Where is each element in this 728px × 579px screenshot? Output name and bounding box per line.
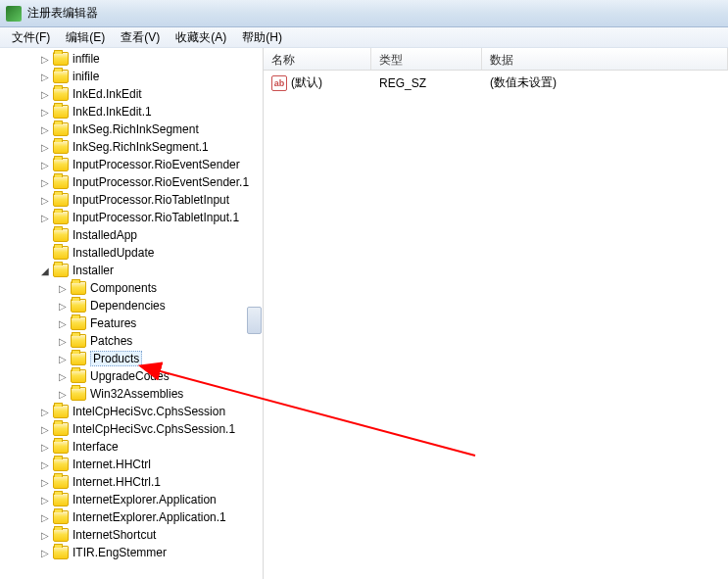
folder-icon <box>53 475 69 489</box>
col-header-name[interactable]: 名称 <box>264 48 371 70</box>
chevron-right-icon[interactable]: ▷ <box>37 213 53 223</box>
tree-node-label: Components <box>90 281 157 295</box>
chevron-right-icon[interactable]: ▷ <box>37 548 53 558</box>
tree-node[interactable]: ▷Components <box>2 279 263 297</box>
tree-node[interactable]: ▷IntelCpHeciSvc.CphsSession <box>2 403 263 420</box>
window-title: 注册表编辑器 <box>27 5 98 22</box>
tree-node[interactable]: ▷Internet.HHCtrl <box>2 456 263 473</box>
menu-help[interactable]: 帮助(H) <box>234 27 290 48</box>
chevron-right-icon[interactable]: ▷ <box>37 124 53 135</box>
tree-node-label: IntelCpHeciSvc.CphsSession.1 <box>73 422 235 436</box>
tree-node[interactable]: ▷UpgradeCodes <box>2 367 263 385</box>
registry-tree: ▷inffile▷inifile▷InkEd.InkEdit▷InkEd.Ink… <box>0 48 263 563</box>
tree-node-label: InkSeg.RichInkSegment <box>73 122 199 136</box>
tree-node[interactable]: ▷ITIR.EngStemmer <box>2 544 263 561</box>
tree-node[interactable]: ▷inffile <box>2 50 263 68</box>
chevron-right-icon[interactable]: ▷ <box>37 424 53 435</box>
tree-node-label: Products <box>90 351 142 366</box>
tree-node[interactable]: ▷InputProcessor.RioEventSender <box>2 156 263 173</box>
tree-node[interactable]: ◢Installer <box>2 262 263 279</box>
chevron-right-icon[interactable]: ▷ <box>37 177 53 188</box>
chevron-right-icon[interactable]: ▷ <box>55 389 71 400</box>
tree-node[interactable]: ▷Features <box>2 314 263 332</box>
folder-icon <box>53 405 69 418</box>
tree-node[interactable]: ▷InkSeg.RichInkSegment <box>2 121 263 138</box>
folder-icon <box>53 87 69 101</box>
tree-node[interactable]: ▷InkEd.InkEdit.1 <box>2 103 263 121</box>
chevron-right-icon[interactable]: ▷ <box>37 195 53 206</box>
chevron-right-icon[interactable]: ▷ <box>37 495 53 506</box>
chevron-down-icon[interactable]: ◢ <box>37 265 53 276</box>
tree-node[interactable]: ▷Internet.HHCtrl.1 <box>2 473 263 491</box>
tree-node[interactable]: ▷Win32Assemblies <box>2 385 263 403</box>
tree-node-label: Features <box>90 316 136 330</box>
folder-icon <box>53 140 69 154</box>
regedit-icon <box>6 6 22 22</box>
tree-node[interactable]: ▷inifile <box>2 68 263 85</box>
folder-icon <box>71 299 86 313</box>
folder-icon <box>71 334 86 348</box>
chevron-right-icon[interactable]: ▷ <box>37 530 53 541</box>
folder-icon <box>71 352 86 365</box>
tree-node-label: InternetShortcut <box>73 528 156 542</box>
chevron-right-icon[interactable]: ▷ <box>37 142 53 153</box>
tree-node-label: IntelCpHeciSvc.CphsSession <box>73 405 225 418</box>
chevron-right-icon[interactable]: ▷ <box>37 72 53 82</box>
tree-node[interactable]: ▷Dependencies <box>2 297 263 314</box>
tree-node[interactable]: ▷Patches <box>2 332 263 350</box>
chevron-right-icon[interactable]: ▷ <box>37 160 53 170</box>
menu-view[interactable]: 查看(V) <box>113 27 168 48</box>
chevron-right-icon[interactable]: ▷ <box>37 107 53 118</box>
chevron-right-icon[interactable]: ▷ <box>37 89 53 100</box>
tree-node-label: Dependencies <box>90 299 166 313</box>
tree-node[interactable]: ▷Interface <box>2 438 263 456</box>
chevron-right-icon[interactable]: ▷ <box>55 371 71 382</box>
scrollbar-thumb[interactable] <box>247 307 262 334</box>
chevron-right-icon[interactable]: ▷ <box>37 512 53 523</box>
tree-node[interactable]: ▷InputProcessor.RioTabletInput.1 <box>2 209 263 226</box>
folder-icon <box>53 422 69 436</box>
tree-node-label: Installer <box>73 264 114 277</box>
menu-favorites[interactable]: 收藏夹(A) <box>168 27 234 48</box>
tree-node[interactable]: ▷InternetShortcut <box>2 526 263 544</box>
tree-node[interactable]: ▷InputProcessor.RioEventSender.1 <box>2 173 263 191</box>
tree-node[interactable]: ▷InternetExplorer.Application <box>2 491 263 508</box>
chevron-right-icon[interactable]: ▷ <box>37 54 53 65</box>
tree-node[interactable]: ▷InkSeg.RichInkSegment.1 <box>2 138 263 156</box>
value-row[interactable]: ab (默认) REG_SZ (数值未设置) <box>264 71 728 95</box>
tree-node[interactable]: ▷InputProcessor.RioTabletInput <box>2 191 263 209</box>
chevron-right-icon[interactable]: ▷ <box>37 459 53 470</box>
menu-edit[interactable]: 编辑(E) <box>58 27 113 48</box>
chevron-right-icon[interactable]: ▷ <box>55 354 71 364</box>
chevron-right-icon[interactable]: ▷ <box>37 442 53 453</box>
folder-icon <box>53 193 69 207</box>
tree-node[interactable]: ▷IntelCpHeciSvc.CphsSession.1 <box>2 420 263 438</box>
menu-file[interactable]: 文件(F) <box>4 27 58 48</box>
tree-node[interactable]: ▷InstalledApp <box>2 226 263 244</box>
folder-icon <box>71 387 86 401</box>
values-panel: 名称 类型 数据 ab (默认) REG_SZ (数值未设置) <box>264 48 728 579</box>
chevron-right-icon[interactable]: ▷ <box>37 477 53 488</box>
tree-node-label: InputProcessor.RioEventSender.1 <box>73 175 249 189</box>
chevron-right-icon[interactable]: ▷ <box>55 336 71 347</box>
chevron-right-icon[interactable]: ▷ <box>55 318 71 329</box>
tree-node[interactable]: ▷Products <box>2 350 263 367</box>
list-header: 名称 类型 数据 <box>264 48 728 71</box>
tree-panel[interactable]: ▷inffile▷inifile▷InkEd.InkEdit▷InkEd.Ink… <box>0 48 264 579</box>
tree-node[interactable]: ▷InternetExplorer.Application.1 <box>2 508 263 526</box>
tree-node[interactable]: ▷InstalledUpdate <box>2 244 263 262</box>
col-header-type[interactable]: 类型 <box>371 48 482 70</box>
folder-icon <box>53 528 69 542</box>
chevron-right-icon[interactable]: ▷ <box>55 283 71 294</box>
tree-node-label: Win32Assemblies <box>90 387 183 401</box>
folder-icon <box>53 70 69 83</box>
col-header-data[interactable]: 数据 <box>482 48 728 70</box>
chevron-right-icon[interactable]: ▷ <box>37 407 53 417</box>
folder-icon <box>53 458 69 471</box>
tree-node-label: InputProcessor.RioEventSender <box>73 158 240 171</box>
tree-node[interactable]: ▷InkEd.InkEdit <box>2 85 263 103</box>
chevron-right-icon[interactable]: ▷ <box>55 301 71 312</box>
tree-node-label: Interface <box>73 440 119 454</box>
tree-node-label: Internet.HHCtrl.1 <box>73 475 161 489</box>
tree-node-label: UpgradeCodes <box>90 369 170 383</box>
